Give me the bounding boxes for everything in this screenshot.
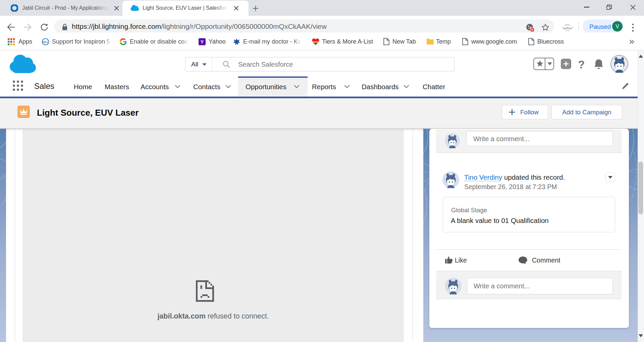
svg-text:DELL: DELL (42, 41, 49, 43)
svg-text:Y: Y (201, 39, 204, 45)
